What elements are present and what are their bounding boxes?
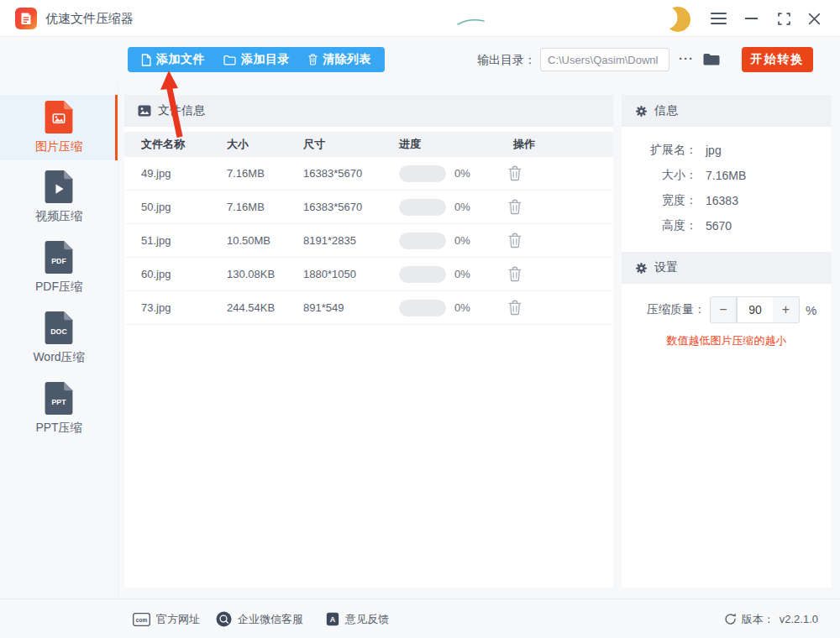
cell-filename: 73.jpg: [141, 301, 227, 314]
cell-size: 7.16MB: [227, 201, 303, 213]
footer: com 官方网址 企业微信客服 A 意见反馈 版本：v2.2.1.0: [0, 599, 840, 638]
progress-bar: [399, 233, 446, 249]
ppt-file-icon: PPT: [45, 382, 73, 415]
open-folder-icon[interactable]: [702, 51, 721, 68]
delete-row-icon[interactable]: [508, 199, 523, 216]
app-window: 优速文件压缩器 添: [0, 0, 840, 638]
sidebar-item-label: Word压缩: [33, 350, 84, 365]
titlebar: 优速文件压缩器: [0, 0, 840, 37]
sidebar-item-ppt-compress[interactable]: PPT PPT压缩: [0, 376, 118, 442]
progress-percent: 0%: [454, 268, 470, 280]
info-field-size: 大小： 7.16MB: [622, 163, 832, 188]
cell-filename: 50.jpg: [141, 201, 227, 213]
sidebar-item-label: PPT压缩: [35, 421, 81, 436]
app-logo-icon: [15, 8, 37, 29]
pdf-file-icon: PDF: [45, 241, 73, 274]
delete-row-icon[interactable]: [508, 300, 523, 316]
progress-percent: 0%: [454, 301, 470, 314]
svg-text:DOC: DOC: [50, 327, 67, 336]
cell-filename: 51.jpg: [141, 234, 227, 247]
table-header: 文件名称 大小 尺寸 进度 操作: [124, 132, 613, 157]
clear-list-button[interactable]: 清除列表: [299, 47, 381, 72]
add-file-button[interactable]: 添加文件: [132, 47, 214, 72]
browse-more-button[interactable]: ···: [673, 47, 700, 72]
website-icon: com: [133, 613, 150, 626]
app-title: 优速文件压缩器: [45, 0, 134, 37]
quality-stepper: − +: [710, 296, 800, 323]
cell-dims: 1880*1050: [303, 268, 399, 280]
image-file-icon: [45, 101, 73, 133]
table-row: 73.jpg 244.54KB 891*549 0%: [124, 291, 613, 325]
output-dir-input[interactable]: [540, 48, 669, 71]
quality-value-input[interactable]: [737, 296, 773, 323]
progress-percent: 0%: [454, 167, 470, 180]
sidebar-item-video-compress[interactable]: 视频压缩: [0, 165, 118, 230]
delete-row-icon[interactable]: [508, 266, 523, 283]
sidebar-item-label: 图片压缩: [35, 139, 82, 154]
sidebar-item-image-compress[interactable]: 图片压缩: [0, 95, 118, 160]
feedback-link[interactable]: A 意见反馈: [326, 599, 389, 638]
wechat-support-link[interactable]: 企业微信客服: [216, 599, 303, 638]
table-row: 49.jpg 7.16MB 16383*5670 0%: [124, 157, 613, 191]
gear-icon: [635, 105, 648, 118]
cell-filename: 60.jpg: [141, 268, 227, 280]
start-convert-button[interactable]: 开始转换: [742, 47, 813, 72]
maximize-icon[interactable]: [769, 0, 798, 37]
update-refresh-icon[interactable]: [724, 613, 737, 625]
quality-plus-button[interactable]: +: [773, 296, 800, 323]
sidebar-item-pdf-compress[interactable]: PDF PDF压缩: [0, 235, 118, 301]
add-folder-button[interactable]: 添加目录: [214, 47, 299, 72]
trash-icon: [308, 54, 318, 65]
menu-icon[interactable]: [704, 0, 732, 37]
info-panel-title: 信息: [654, 103, 678, 118]
feedback-icon: A: [326, 612, 339, 626]
close-icon[interactable]: [800, 0, 828, 37]
file-icon: [141, 54, 151, 66]
info-field-width: 宽度： 16383: [622, 188, 832, 213]
delete-row-icon[interactable]: [508, 233, 523, 249]
cell-dims: 16383*5670: [303, 167, 399, 180]
table-row: 50.jpg 7.16MB 16383*5670 0%: [124, 191, 613, 224]
info-field-ext: 扩展名： jpg: [622, 138, 832, 163]
folder-icon: [223, 55, 236, 65]
progress-bar: [399, 300, 446, 316]
sidebar-item-word-compress[interactable]: DOC Word压缩: [0, 306, 118, 371]
file-list-panel: 文件信息 文件名称 大小 尺寸 进度 操作 49.jpg 7.16MB 1638…: [124, 95, 613, 588]
svg-text:PDF: PDF: [51, 257, 66, 265]
cell-dims: 891*549: [303, 301, 399, 314]
official-site-link[interactable]: com 官方网址: [133, 599, 200, 638]
cell-size: 7.16MB: [227, 167, 303, 180]
file-panel-title: 文件信息: [158, 103, 205, 118]
info-settings-panel: 信息 扩展名： jpg 大小： 7.16MB 宽度： 16383 高度： 567…: [622, 95, 832, 588]
delete-row-icon[interactable]: [508, 165, 523, 182]
table-row: 51.jpg 10.50MB 8191*2835 0%: [124, 224, 613, 258]
cell-filename: 49.jpg: [141, 167, 227, 180]
info-field-height: 高度： 5670: [622, 213, 832, 238]
cell-dims: 16383*5670: [303, 201, 399, 213]
info-panel-header: 信息: [622, 95, 832, 127]
gear-icon: [635, 262, 648, 275]
output-dir-label: 输出目录：: [467, 47, 536, 72]
version-value: v2.2.1.0: [780, 613, 818, 625]
progress-percent: 0%: [454, 201, 470, 213]
quality-unit: %: [806, 303, 816, 317]
version-label: 版本：: [742, 612, 774, 627]
decor-swoosh: [456, 17, 486, 27]
settings-panel-title: 设置: [654, 260, 678, 275]
svg-text:com: com: [136, 617, 148, 623]
sidebar-divider: [118, 84, 118, 599]
progress-bar: [399, 165, 446, 182]
moon-theme-icon[interactable]: [663, 3, 691, 34]
quality-note: 数值越低图片压缩的越小: [622, 333, 832, 348]
cell-size: 130.08KB: [227, 268, 303, 280]
progress-percent: 0%: [454, 234, 470, 247]
quality-minus-button[interactable]: −: [710, 296, 737, 323]
toolbar-button-group: 添加文件 添加目录 清除列表: [128, 47, 385, 72]
sidebar-item-label: PDF压缩: [35, 280, 82, 295]
svg-text:PPT: PPT: [52, 398, 67, 406]
minimize-icon[interactable]: [737, 0, 765, 37]
cell-dims: 8191*2835: [303, 234, 399, 247]
settings-panel-header: 设置: [622, 252, 832, 284]
doc-file-icon: DOC: [45, 311, 73, 344]
quality-setting: 压缩质量： − + %: [622, 296, 832, 323]
